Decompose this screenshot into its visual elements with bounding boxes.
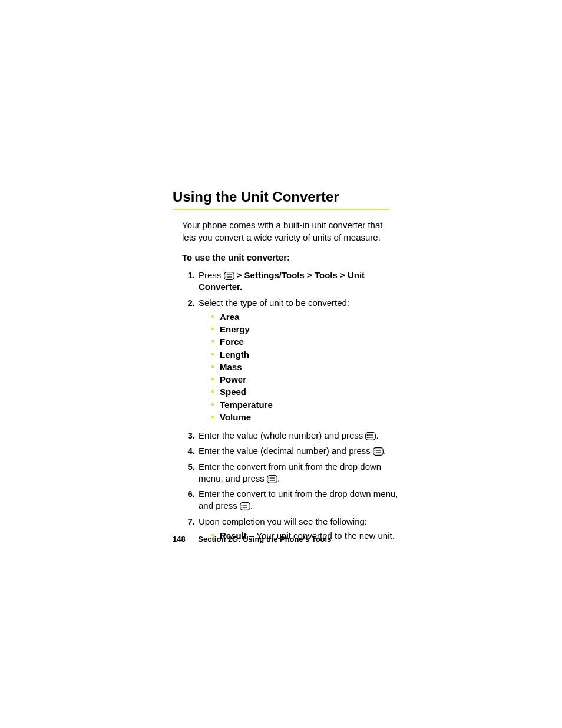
section-label: Section 2G: Using the Phone's Tools [198,535,331,543]
step-text-tail: . [376,430,378,440]
step-text-tail: . [277,473,280,483]
step-number: 2. [182,297,195,309]
step-text-lead: Enter the convert to unit from the drop … [199,489,398,510]
svg-point-3 [225,274,226,275]
step-3: 3. Enter the value (whole number) and pr… [182,430,402,445]
menu-key-icon [365,432,376,440]
svg-rect-20 [240,503,250,510]
svg-point-23 [242,505,243,506]
unit-item: Length [211,349,402,361]
step-5: 5. Enter the convert from unit from the … [182,461,402,489]
menu-key-icon [267,475,277,483]
step-number: 6. [182,488,195,500]
procedure-label: To use the unit converter: [182,252,562,263]
unit-type-list: Area Energy Force Length Mass Power Spee… [199,311,402,424]
unit-item: Energy [211,324,402,336]
unit-item: Mass [211,361,402,374]
menu-key-icon [224,272,234,280]
manual-page: Using the Unit Converter Your phone come… [0,0,562,728]
step-text: Upon completion you will see the followi… [199,516,367,526]
step-number: 5. [182,461,195,473]
svg-point-9 [367,437,368,438]
step-number: 4. [182,445,195,457]
svg-point-24 [242,507,243,508]
unit-item: Force [211,336,402,348]
menu-key-icon [373,447,384,456]
page-number: 148 [173,535,186,543]
step-4: 4. Enter the value (decimal number) and … [182,445,402,460]
step-1: 1. Press > Settings/Tools > Tools > Unit… [182,269,402,297]
step-number: 7. [182,516,195,528]
step-number: 3. [182,430,195,442]
step-text-tail: . [384,446,386,456]
step-text: Select the type of unit to be converted: [199,298,349,308]
page-heading: Using the Unit Converter [173,187,562,206]
svg-point-18 [268,477,269,479]
step-text-lead: Press [199,270,224,280]
svg-rect-0 [224,272,234,280]
svg-point-13 [374,450,375,451]
unit-item: Area [211,311,402,324]
unit-item: Power [211,374,402,386]
step-text-lead: Enter the convert from unit from the dro… [199,462,381,483]
unit-item: Speed [211,386,402,398]
svg-point-19 [268,480,269,481]
unit-item: Volume [211,411,402,424]
svg-rect-15 [267,476,277,483]
heading-underline [173,209,389,210]
intro-paragraph: Your phone comes with a built-in unit co… [182,219,394,243]
step-6: 6. Enter the convert to unit from the dr… [182,488,402,516]
step-number: 1. [182,269,195,281]
step-2: 2. Select the type of unit to be convert… [182,297,402,430]
svg-rect-10 [373,448,384,456]
svg-rect-5 [366,433,376,440]
steps-list: 1. Press > Settings/Tools > Tools > Unit… [173,269,562,546]
menu-key-icon [240,502,250,510]
svg-point-8 [367,434,368,436]
step-text-lead: Enter the value (whole number) and press [199,430,365,440]
svg-point-14 [374,452,375,453]
step-text-lead: Enter the value (decimal number) and pre… [199,446,373,456]
svg-point-4 [225,276,226,278]
step-text-tail: . [250,500,253,510]
unit-item: Temperature [211,399,402,411]
page-footer: 148 Section 2G: Using the Phone's Tools [173,534,331,545]
